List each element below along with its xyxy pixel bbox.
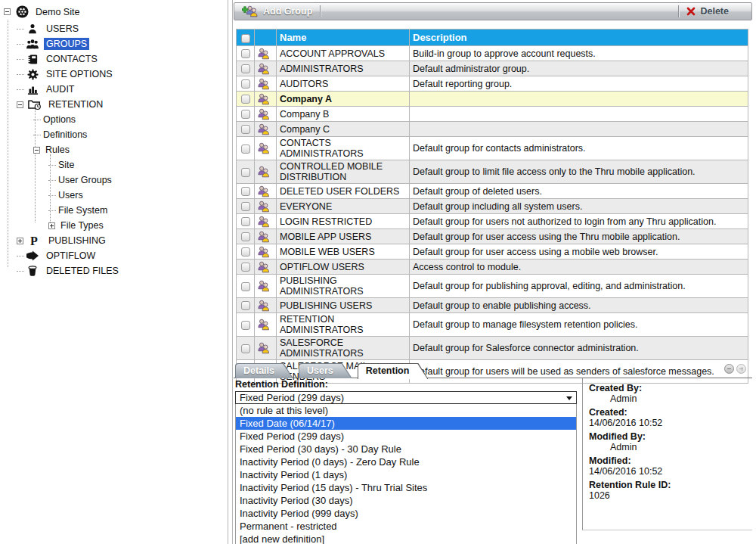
sidebar-item-users[interactable]: USERS bbox=[0, 21, 228, 36]
sidebar-item-definitions[interactable]: Definitions bbox=[0, 127, 228, 142]
row-checkbox[interactable] bbox=[241, 187, 250, 196]
sidebar-item-rules[interactable]: Rules bbox=[0, 142, 228, 157]
dropdown-option[interactable]: Inactivity Period (30 days) bbox=[236, 494, 576, 507]
sidebar-item-user-groups[interactable]: User Groups bbox=[0, 173, 228, 188]
sidebar-item-publishing[interactable]: PPUBLISHING bbox=[0, 233, 228, 248]
table-row[interactable]: RETENTION ADMINISTRATORSDefault group to… bbox=[237, 313, 748, 337]
table-row[interactable]: SALESFORCE ADMINISTRATORSDefault group f… bbox=[237, 337, 748, 360]
group-icon bbox=[257, 246, 274, 258]
tree-expander-plus-icon[interactable] bbox=[48, 222, 55, 229]
dropdown-option[interactable]: Fixed Period (299 days) bbox=[236, 430, 576, 443]
sidebar-item-optiflow[interactable]: OPTIFLOW bbox=[0, 248, 228, 263]
group-icon bbox=[257, 63, 274, 75]
delete-button[interactable]: Delete bbox=[679, 3, 751, 20]
sidebar-item-groups[interactable]: GROUPS bbox=[0, 36, 228, 51]
row-checkbox[interactable] bbox=[241, 232, 250, 241]
add-group-button[interactable]: Add Group bbox=[234, 3, 320, 20]
name-column-header: Name bbox=[277, 30, 410, 46]
row-checkbox[interactable] bbox=[241, 217, 250, 226]
group-name-cell: ADMINISTRATORS bbox=[277, 61, 410, 76]
detail-field-value: 1026 bbox=[589, 490, 746, 501]
group-icon bbox=[257, 300, 274, 312]
tab-details[interactable]: Details bbox=[235, 363, 293, 378]
table-row[interactable]: CONTACTS ADMINISTRATORSDefault group for… bbox=[237, 137, 748, 160]
sidebar-item-file-types[interactable]: File Types bbox=[0, 218, 228, 233]
tab-users[interactable]: Users bbox=[299, 363, 352, 378]
table-row[interactable]: Company A bbox=[237, 92, 748, 107]
row-checkbox[interactable] bbox=[241, 125, 250, 134]
row-checkbox[interactable] bbox=[241, 263, 250, 272]
tree-expander-minus-icon[interactable] bbox=[17, 101, 23, 108]
row-checkbox[interactable] bbox=[241, 301, 250, 310]
table-row[interactable]: MOBILE WEB USERSDefault group for user a… bbox=[237, 244, 748, 260]
table-row[interactable]: EVERYONEDefault group including all syst… bbox=[237, 199, 748, 214]
dropdown-option[interactable]: [add new definition] bbox=[236, 533, 576, 544]
sidebar-item-contacts[interactable]: CONTACTS bbox=[0, 51, 228, 67]
tab-retention[interactable]: Retention bbox=[358, 363, 429, 379]
pane-buttons bbox=[724, 364, 746, 374]
table-row[interactable]: CONTROLLED MOBILE DISTRIBUTIONDefault gr… bbox=[237, 160, 748, 184]
table-row[interactable]: ACCOUNT APPROVALSBuild-in group to appro… bbox=[237, 46, 748, 61]
select-all-checkbox[interactable] bbox=[241, 34, 250, 43]
detail-field-label: Retention Rule ID: bbox=[589, 480, 746, 490]
tree-connector bbox=[48, 165, 56, 166]
row-checkbox[interactable] bbox=[241, 168, 250, 177]
dropdown-option[interactable]: Inactivity Period (999 days) bbox=[236, 507, 576, 520]
expand-button[interactable] bbox=[736, 364, 746, 374]
sidebar-item-deleted-files[interactable]: DELETED FILES bbox=[0, 263, 228, 278]
retention-definition-select[interactable]: Fixed Period (299 days) bbox=[235, 391, 577, 404]
sidebar-item-file-system[interactable]: File System bbox=[0, 203, 228, 218]
details-panel: Created By:AdminCreated:14/06/2016 10:52… bbox=[582, 378, 752, 530]
dropdown-option[interactable]: Fixed Date (06/14/17) bbox=[236, 417, 576, 430]
dropdown-option[interactable]: Inactivity Period (0 days) - Zero Day Ru… bbox=[236, 455, 576, 468]
tree-expander-minus-icon[interactable] bbox=[33, 147, 40, 154]
row-checkbox[interactable] bbox=[241, 202, 250, 211]
table-row[interactable]: LOGIN RESTRICTEDDefault group for users … bbox=[237, 214, 748, 229]
table-row[interactable]: DELETED USER FOLDERSDefault group of del… bbox=[237, 184, 748, 199]
dropdown-option[interactable]: Fixed Period (30 days) - 30 Day Rule bbox=[236, 443, 576, 455]
table-row[interactable]: OPTIFLOW USERSAccess control to module. bbox=[237, 260, 748, 275]
sidebar-item-demo-site[interactable]: Demo Site bbox=[0, 2, 228, 21]
dropdown-option[interactable]: Permanent - restricted bbox=[236, 520, 576, 533]
table-row[interactable]: PUBLISHING USERSDefault group to enable … bbox=[237, 298, 748, 313]
tree-item-label: Options bbox=[41, 113, 78, 126]
group-icon bbox=[257, 280, 274, 292]
tree-expander-minus-icon[interactable] bbox=[4, 8, 11, 15]
group-description-cell bbox=[410, 107, 748, 122]
group-description-cell: Default group to manage filesystem reten… bbox=[410, 313, 748, 337]
sidebar-item-options[interactable]: Options bbox=[0, 112, 228, 127]
row-checkbox[interactable] bbox=[241, 247, 250, 256]
group-name-cell: PUBLISHING USERS bbox=[277, 298, 410, 313]
dropdown-option[interactable]: (no rule at this level) bbox=[236, 404, 576, 417]
row-checkbox[interactable] bbox=[241, 64, 250, 73]
tree-expander-plus-icon[interactable] bbox=[17, 238, 23, 244]
table-row[interactable]: MOBILE APP USERSDefault group for user a… bbox=[237, 229, 748, 244]
row-checkbox[interactable] bbox=[241, 49, 250, 58]
sidebar-item-site-options[interactable]: SITE OPTIONS bbox=[0, 67, 228, 82]
row-checkbox[interactable] bbox=[241, 79, 250, 89]
sidebar-item-site[interactable]: Site bbox=[0, 157, 228, 173]
table-row[interactable]: Company B bbox=[237, 107, 748, 122]
sidebar-tree: Demo SiteUSERSGROUPSCONTACTSSITE OPTIONS… bbox=[0, 0, 228, 278]
sidebar-item-audit[interactable]: AUDIT bbox=[0, 82, 228, 97]
row-checkbox[interactable] bbox=[241, 282, 250, 291]
detail-field: Modified By:Admin bbox=[589, 431, 746, 452]
sidebar-item-users[interactable]: Users bbox=[0, 188, 228, 203]
row-checkbox[interactable] bbox=[241, 145, 250, 154]
table-row[interactable]: AUDITORSDefault reporting group. bbox=[237, 76, 748, 92]
table-row[interactable]: Company C bbox=[237, 122, 748, 137]
table-row[interactable]: ADMINISTRATORSDefault administrator grou… bbox=[237, 61, 748, 76]
row-checkbox[interactable] bbox=[241, 344, 250, 353]
collapse-button[interactable] bbox=[724, 364, 734, 374]
sidebar-splitter[interactable] bbox=[228, 0, 233, 544]
sidebar-item-retention[interactable]: RETENTION bbox=[0, 97, 228, 112]
detail-field-value: 14/06/2016 10:52 bbox=[589, 466, 746, 477]
dropdown-option[interactable]: Inactivity Period (15 days) - Thru Trial… bbox=[236, 481, 576, 494]
group-description-cell bbox=[410, 92, 748, 107]
row-checkbox[interactable] bbox=[241, 110, 250, 119]
row-checkbox[interactable] bbox=[241, 95, 250, 104]
dropdown-option[interactable]: Inactivity Period (1 days) bbox=[236, 468, 576, 481]
tree-item-label: USERS bbox=[44, 23, 81, 35]
table-row[interactable]: PUBLISHING ADMINISTRATORSDefault group f… bbox=[237, 275, 748, 298]
row-checkbox[interactable] bbox=[241, 321, 250, 330]
